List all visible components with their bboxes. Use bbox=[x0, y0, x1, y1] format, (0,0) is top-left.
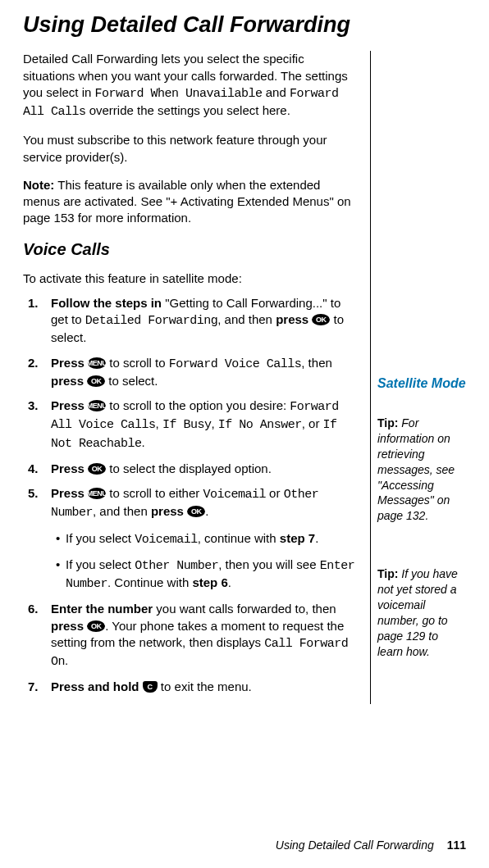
text: to select. bbox=[105, 374, 158, 388]
steps-intro: To activate this feature in satellite mo… bbox=[23, 270, 359, 287]
menu-ref: Voicemail bbox=[135, 533, 198, 547]
press-label: press bbox=[51, 374, 84, 388]
text: you want calls forwarded to, then bbox=[153, 602, 336, 616]
tip-label: Tip: bbox=[377, 416, 398, 429]
menu-ref: If No Answer bbox=[218, 418, 302, 432]
steps-list: Follow the steps in "Getting to Call For… bbox=[23, 295, 359, 696]
step-1: Follow the steps in "Getting to Call For… bbox=[39, 295, 359, 347]
note-body: This feature is available only when the … bbox=[23, 178, 351, 225]
text: , continue with bbox=[198, 531, 280, 545]
step-2: Press MENU to scroll to Forward Voice Ca… bbox=[39, 355, 359, 390]
step-3: Press MENU to scroll to the option you d… bbox=[39, 398, 359, 452]
text: to select the displayed option. bbox=[106, 461, 272, 475]
menu-button-icon: MENU bbox=[88, 488, 106, 499]
menu-button-icon: MENU bbox=[88, 400, 106, 411]
text: , then bbox=[301, 356, 332, 370]
paragraph-2: You must subscribe to this network featu… bbox=[23, 132, 359, 166]
ok-button-icon: OK bbox=[88, 463, 106, 475]
step-4: Press OK to select the displayed option. bbox=[39, 461, 359, 477]
text: , and then bbox=[93, 504, 151, 518]
main-column: Detailed Call Forwarding lets you select… bbox=[23, 51, 371, 703]
menu-ref: Detailed Forwarding bbox=[85, 314, 218, 328]
text: to scroll to the option you desire: bbox=[106, 398, 290, 412]
sub-bullet-2: If you select Other Number, then you wil… bbox=[56, 557, 359, 593]
text: If you select bbox=[66, 557, 135, 571]
ok-button-icon: OK bbox=[87, 620, 105, 632]
text: override the settings you select here. bbox=[86, 103, 290, 117]
subheading-voice-calls: Voice Calls bbox=[23, 239, 359, 261]
text: or bbox=[266, 486, 284, 500]
step-action: Press bbox=[51, 486, 85, 500]
satellite-mode-label: Satellite Mode bbox=[377, 375, 466, 393]
spacer bbox=[377, 51, 466, 375]
step-action: Follow the steps in bbox=[51, 296, 162, 310]
text: to scroll to bbox=[106, 356, 169, 370]
menu-ref: If Busy bbox=[162, 418, 212, 432]
step-7: Press and hold C to exit the menu. bbox=[39, 679, 359, 695]
footer-title: Using Detailed Call Forwarding bbox=[276, 838, 434, 852]
step-5: Press MENU to scroll to either Voicemail… bbox=[39, 485, 359, 593]
sub-bullet-list: If you select Voicemail, continue with s… bbox=[51, 530, 359, 593]
step-action: Press bbox=[51, 398, 85, 412]
step-ref: step 7 bbox=[280, 531, 315, 545]
page-title: Using Detailed Call Forwarding bbox=[23, 10, 466, 39]
menu-ref: Voicemail bbox=[203, 488, 266, 502]
tip-body: For information on retrieving messages, … bbox=[377, 416, 455, 522]
press-label: press bbox=[51, 619, 84, 633]
text: and bbox=[263, 85, 290, 99]
text: to scroll to either bbox=[106, 486, 203, 500]
tip-body: If you have not yet stored a voicemail n… bbox=[377, 567, 458, 657]
menu-ref: Forward When Unavailable bbox=[95, 87, 263, 101]
press-label: press bbox=[151, 504, 184, 518]
text: . Continue with bbox=[107, 575, 192, 589]
step-action: Press and hold bbox=[51, 679, 139, 693]
ok-button-icon: OK bbox=[87, 375, 105, 387]
note-paragraph: Note: This feature is available only whe… bbox=[23, 177, 359, 227]
tip-label: Tip: bbox=[377, 567, 398, 580]
step-action: Press bbox=[51, 356, 85, 370]
menu-ref: Forward Voice Calls bbox=[169, 357, 302, 371]
side-column: Satellite Mode Tip: For information on r… bbox=[371, 51, 466, 703]
sub-bullet-1: If you select Voicemail, continue with s… bbox=[56, 530, 359, 548]
text: If you select bbox=[66, 531, 135, 545]
step-action: Enter the number bbox=[51, 602, 153, 616]
text: , and then bbox=[217, 312, 276, 326]
press-label: press bbox=[276, 312, 308, 326]
content-columns: Detailed Call Forwarding lets you select… bbox=[23, 51, 466, 703]
step-action: Press bbox=[51, 461, 85, 475]
c-button-icon: C bbox=[143, 681, 158, 693]
tip-1: Tip: For information on retrieving messa… bbox=[377, 416, 466, 524]
step-6: Enter the number you want calls forwarde… bbox=[39, 601, 359, 670]
page-footer: Using Detailed Call Forwarding 111 bbox=[276, 838, 466, 853]
note-label: Note: bbox=[23, 178, 54, 192]
step-ref: step 6 bbox=[192, 575, 227, 589]
menu-ref: Other Number bbox=[135, 559, 218, 573]
ok-button-icon: OK bbox=[312, 314, 330, 325]
paragraph-1: Detailed Call Forwarding lets you select… bbox=[23, 51, 359, 120]
spacer bbox=[377, 524, 466, 558]
page-number: 111 bbox=[447, 838, 466, 852]
text: to exit the menu. bbox=[158, 679, 252, 693]
ok-button-icon: OK bbox=[187, 506, 205, 517]
text: , then you will see bbox=[218, 557, 319, 571]
menu-button-icon: MENU bbox=[88, 357, 106, 369]
tip-2: Tip: If you have not yet stored a voicem… bbox=[377, 566, 466, 659]
